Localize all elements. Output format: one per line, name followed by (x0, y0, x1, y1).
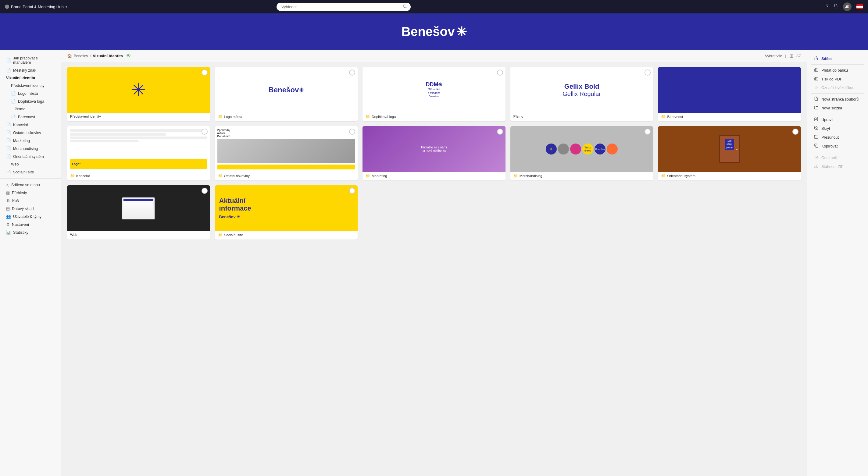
grid-item-barevnost[interactable]: 📁 Barevnost (658, 67, 801, 121)
grid-item-kancelar[interactable]: Logo* 📁 Kancelář (67, 126, 210, 181)
sidebar-item-uzivatele[interactable]: 👥 Uživatelé & týmy (1, 213, 59, 220)
font-regular: Gellix Regular (562, 91, 601, 97)
sidebar-item-marketing[interactable]: 📄 Marketing (1, 137, 59, 145)
grid-item-ostatni-tiskoviny[interactable]: ZpravodajměstaBenešov* 📁 Ostatní tiskovi… (215, 126, 358, 181)
sidebar-item-orientacni-system[interactable]: 📄 Orientační systém (1, 153, 59, 160)
item-checkbox[interactable] (497, 69, 503, 75)
rp-pridat-do-baliku[interactable]: Přidat do balíku (811, 66, 864, 75)
hero-banner: Benešov ✳ (0, 13, 868, 50)
sidebar-item-merchandising[interactable]: 📄 Merchandising (1, 145, 59, 152)
marketing-text: Přihlašte se s námina nové oblíbence (418, 143, 449, 155)
sidebar-item-mestsky-znak[interactable]: 📄 Městský znak (1, 66, 59, 74)
sidebar-item-nastaveni[interactable]: ⚙ Nastavení (1, 221, 59, 228)
visibility-icon[interactable]: 👁 (126, 53, 131, 59)
grid-view-button[interactable]: ⊞ (789, 53, 793, 59)
rp-stahnout-zip[interactable]: Stáhnout ZIP (811, 162, 864, 171)
grid-item-logo-mesta[interactable]: Benešov✳ 📁 Logo města (215, 67, 358, 121)
user-avatar[interactable]: JR (843, 2, 851, 11)
item-label-text: Kancelář (76, 174, 90, 178)
select-all-button[interactable]: Vybrat vše (765, 54, 782, 58)
hide-icon (813, 126, 819, 131)
rp-tisk-do-pdf[interactable]: Tisk do PDF (811, 75, 864, 84)
sidebar-label: Vizuální identita (6, 76, 35, 80)
share-icon: ◁ (6, 183, 9, 187)
sidebar-item-barevnost[interactable]: 📄 Barevnost (1, 113, 59, 121)
breadcrumb-home[interactable]: Benešov (74, 54, 88, 58)
list-view-button[interactable]: AZ (796, 54, 801, 58)
content-grid: ✳ Představení identity Benešov✳ 📁 L (67, 67, 801, 240)
rp-skryt[interactable]: Skrýt (811, 124, 864, 133)
grid-icon: ▦ (6, 190, 10, 195)
app-brand[interactable]: Brand Portal & Marketing Hub ▾ (5, 5, 67, 9)
sidebar-item-web[interactable]: Web (1, 161, 59, 168)
social-title: Aktuálníinformace (219, 197, 251, 212)
help-button[interactable]: ? (826, 4, 828, 9)
item-label-text: Doplňková loga (372, 115, 396, 119)
rp-kopirovat[interactable]: Kopírovat (811, 142, 864, 151)
item-checkbox[interactable] (793, 129, 799, 135)
merch-circle-5: Benešov (594, 144, 606, 155)
language-flag[interactable] (857, 4, 863, 9)
rp-upravit[interactable]: Upravit (811, 115, 864, 124)
sidebar-item-kos[interactable]: 🗑 Koš (1, 197, 59, 204)
sidebar-label: Písmo (14, 107, 25, 111)
rp-nova-slozka[interactable]: Nová složka (811, 104, 864, 113)
rp-presunout[interactable]: Přesunout (811, 133, 864, 142)
sidebar-item-kancelar[interactable]: 📄 Kancelář (1, 121, 59, 129)
item-label: 📁 Ostatní tiskoviny (215, 172, 358, 181)
sidebar-item-ostatni-tiskoviny[interactable]: 📄 Ostatní tiskoviny (1, 129, 59, 136)
rp-odstranit[interactable]: Odstranit (811, 153, 864, 162)
folder-icon: 📁 (218, 233, 223, 237)
item-checkbox[interactable] (202, 69, 208, 75)
rp-divider (811, 152, 864, 152)
rp-label: Označit hvězdičkou (822, 86, 854, 90)
sidebar-item-logo-mesta[interactable]: 📄 Logo města (1, 90, 59, 97)
rp-divider (811, 64, 864, 65)
rp-oznacit-hvezdickou[interactable]: ☆ Označit hvězdičkou (811, 84, 864, 92)
sidebar-item-pismo[interactable]: Písmo (1, 105, 59, 113)
dropdown-icon[interactable]: ▾ (66, 5, 67, 9)
rp-sdilet[interactable]: Sdílet (811, 54, 864, 63)
sidebar-item-predstaveni-identity[interactable]: Představení identity (1, 82, 59, 89)
thumb-social: Aktuálníinformace Benešov✳ (215, 185, 358, 231)
download-icon (813, 164, 819, 169)
item-checkbox[interactable] (497, 129, 503, 135)
notifications-icon[interactable] (833, 4, 838, 10)
sidebar-item-sdileno[interactable]: ◁ Sdíleno se mnou (1, 181, 59, 189)
svg-rect-3 (814, 69, 818, 71)
sidebar-item-vizualni-identita[interactable]: Vizuální identita (1, 74, 59, 82)
grid-item-socialni-site[interactable]: Aktuálníinformace Benešov✳ 📁 Sociální sí… (215, 185, 358, 240)
kancelar-line (70, 133, 166, 136)
sidebar-item-prehledy[interactable]: ▦ Přehledy (1, 189, 59, 196)
sidebar-item-socialni-site[interactable]: 📄 Sociální sítě (1, 168, 59, 176)
item-checkbox[interactable] (202, 188, 208, 194)
grid-item-predstaveni-identity[interactable]: ✳ Představení identity (67, 67, 210, 121)
sidebar-item-datovy-sklad[interactable]: ▤ Datový sklad (1, 205, 59, 213)
grid-item-doplnkova-loga[interactable]: DDM✳ *Dům dětía mládežeBenešov 📁 Doplňko… (363, 67, 505, 121)
search-input[interactable] (277, 3, 411, 11)
rp-nova-stranka[interactable]: Nová stránka souborů (811, 95, 864, 104)
item-checkbox[interactable] (793, 69, 799, 75)
thumb-merch: ✳ TuttoBene Benešov (510, 126, 653, 172)
item-label-text: Písmo (514, 115, 524, 118)
sidebar-item-jak-pracovat[interactable]: 📄 Jak pracovat s manuálem (1, 55, 59, 66)
rp-label: Upravit (822, 118, 834, 122)
sidebar: 📄 Jak pracovat s manuálem 📄 Městský znak… (0, 50, 61, 476)
grid-item-orientacni-system[interactable]: 105názevpokoje 📁 Orientační systém (658, 126, 801, 181)
grid-item-web[interactable]: Web (67, 185, 210, 240)
sidebar-label: Marketing (13, 139, 30, 143)
item-label: 📁 Orientační systém (658, 172, 801, 181)
folder-icon: 📄 (11, 91, 16, 96)
kancelar-yellow: Logo* (70, 159, 207, 169)
sidebar-label: Merchandising (13, 147, 38, 151)
move-icon (813, 135, 819, 140)
item-checkbox[interactable] (202, 129, 208, 135)
search-container (277, 3, 411, 11)
grid-item-marketing[interactable]: Přihlašte se s námina nové oblíbence 📁 M… (363, 126, 505, 181)
sidebar-item-statistiky[interactable]: 📊 Statistiky (1, 228, 59, 236)
sidebar-item-doplnkova-loga[interactable]: 📄 Doplňková loga (1, 97, 59, 105)
app-title: Brand Portal & Marketing Hub (11, 5, 64, 9)
grid-item-merchandising[interactable]: ✳ TuttoBene Benešov 📁 (510, 126, 653, 181)
grid-item-pismo[interactable]: Gellix Bold Gellix Regular Písmo (510, 67, 653, 121)
settings-icon: ⚙ (6, 222, 10, 227)
